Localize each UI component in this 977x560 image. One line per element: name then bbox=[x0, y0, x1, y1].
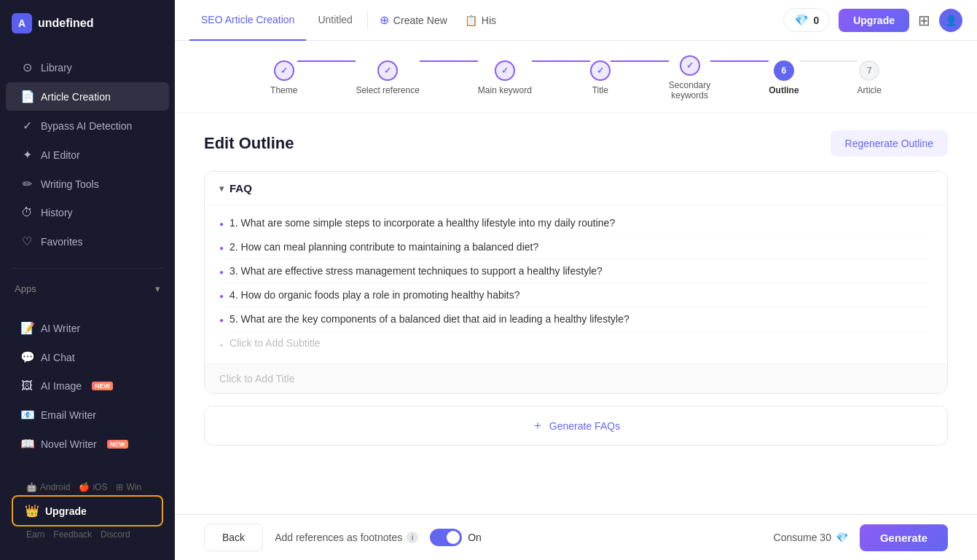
sidebar-item-history[interactable]: ⏱ History bbox=[6, 199, 169, 226]
step-reference[interactable]: ✓ Select reference bbox=[356, 60, 419, 95]
step-outline[interactable]: 6 Outline bbox=[769, 60, 799, 95]
step-label-reference: Select reference bbox=[356, 85, 419, 95]
info-icon[interactable]: i bbox=[407, 532, 418, 543]
faq-item-3[interactable]: ● 3. What are effective stress managemen… bbox=[219, 259, 933, 283]
sidebar-item-bypass-ai[interactable]: ✓ Bypass AI Detection bbox=[6, 111, 169, 140]
sidebar-item-label: Article Creation bbox=[41, 91, 111, 103]
step-title[interactable]: ✓ Title bbox=[590, 60, 611, 95]
win-link[interactable]: ⊞ Win bbox=[116, 482, 141, 492]
add-subtitle-placeholder[interactable]: ● Click to Add Subtitle bbox=[219, 331, 933, 355]
step-keyword[interactable]: ✓ Main keyword bbox=[478, 60, 532, 95]
faq-header[interactable]: ▾ FAQ bbox=[205, 172, 947, 205]
new-badge: NEW bbox=[92, 382, 113, 390]
step-label-title: Title bbox=[592, 85, 608, 95]
apps-label: Apps bbox=[15, 283, 36, 294]
sidebar-item-favorites[interactable]: ♡ Favorites bbox=[6, 227, 169, 256]
novel-writer-icon: 📖 bbox=[20, 437, 34, 451]
sidebar-item-label: Novel Writer bbox=[41, 438, 97, 450]
upgrade-button-top[interactable]: Upgrade bbox=[839, 9, 909, 32]
connector-5 bbox=[710, 60, 769, 62]
connector-4 bbox=[611, 60, 669, 62]
faq-item-2[interactable]: ● 2. How can meal planning contribute to… bbox=[219, 235, 933, 259]
generate-faqs-card[interactable]: ＋ Generate FAQs bbox=[204, 406, 948, 446]
back-button[interactable]: Back bbox=[204, 524, 263, 551]
sidebar-item-ai-chat[interactable]: 💬 AI Chat bbox=[6, 343, 169, 371]
faq-text-5: 5. What are the key components of a bala… bbox=[229, 313, 629, 325]
avatar[interactable]: 👤 bbox=[939, 9, 962, 32]
sidebar-item-label: History bbox=[41, 207, 73, 218]
history-icon-top: 📋 bbox=[465, 15, 477, 26]
faq-item-4[interactable]: ● 4. How do organic foods play a role in… bbox=[219, 283, 933, 307]
chevron-down-icon: ▾ bbox=[219, 184, 224, 194]
sidebar-item-ai-image[interactable]: 🖼 AI Image NEW bbox=[6, 372, 169, 400]
ios-link[interactable]: 🍎 iOS bbox=[79, 482, 107, 492]
email-writer-icon: 📧 bbox=[20, 408, 34, 422]
sidebar-item-ai-editor[interactable]: ✦ AI Editor bbox=[6, 141, 169, 169]
library-icon: ⊙ bbox=[20, 60, 34, 74]
step-label-secondary: Secondarykeywords bbox=[669, 80, 710, 100]
ai-chat-icon: 💬 bbox=[20, 350, 34, 364]
gems-badge: 💎 0 bbox=[783, 8, 830, 32]
article-icon: 📄 bbox=[20, 90, 34, 103]
app-name: undefined bbox=[38, 17, 93, 30]
plus-icon: ＋ bbox=[532, 418, 544, 433]
footer-links: Earn Feedback Discord bbox=[12, 527, 163, 548]
new-badge-novel: NEW bbox=[107, 440, 128, 449]
sidebar-item-label: AI Chat bbox=[41, 352, 75, 363]
toggle-button[interactable] bbox=[430, 529, 462, 546]
sidebar-item-ai-writer[interactable]: 📝 AI Writer bbox=[6, 314, 169, 342]
steps-bar: ✓ Theme ✓ Select reference ✓ Main keywor… bbox=[175, 41, 977, 113]
sidebar-divider bbox=[12, 268, 163, 269]
faq-text-3: 3. What are effective stress management … bbox=[229, 265, 603, 277]
step-article[interactable]: 7 Article bbox=[858, 60, 882, 95]
discord-link[interactable]: Discord bbox=[101, 529, 130, 540]
sidebar-item-email-writer[interactable]: 📧 Email Writer bbox=[6, 401, 169, 429]
main-content: SEO Article Creation Untitled ⊕ Create N… bbox=[175, 0, 977, 560]
step-theme[interactable]: ✓ Theme bbox=[270, 60, 297, 95]
faq-text-1: 1. What are some simple steps to incorpo… bbox=[229, 217, 615, 229]
faq-item-5[interactable]: ● 5. What are the key components of a ba… bbox=[219, 307, 933, 331]
step-circle-title: ✓ bbox=[590, 60, 611, 81]
create-new-button[interactable]: ⊕ Create New bbox=[371, 9, 456, 31]
step-circle-secondary: ✓ bbox=[680, 55, 700, 76]
gem-icon-sm: 💎 bbox=[836, 532, 848, 543]
step-label-outline: Outline bbox=[769, 85, 799, 95]
sidebar-item-library[interactable]: ⊙ Library bbox=[6, 53, 169, 82]
earn-link[interactable]: Earn bbox=[26, 529, 44, 540]
history-button[interactable]: 📋 His bbox=[456, 10, 505, 31]
apps-grid-icon[interactable]: ⊞ bbox=[918, 12, 930, 29]
content-area: Edit Outline Regenerate Outline ▾ FAQ ● … bbox=[175, 113, 977, 514]
app-logo: A undefined bbox=[0, 0, 175, 47]
ai-image-icon: 🖼 bbox=[20, 379, 34, 393]
writing-tools-icon: ✏ bbox=[20, 177, 34, 191]
regenerate-outline-button[interactable]: Regenerate Outline bbox=[831, 130, 948, 157]
plus-icon: ⊕ bbox=[380, 13, 389, 27]
sidebar-item-label: Email Writer bbox=[41, 409, 96, 421]
faq-item-1[interactable]: ● 1. What are some simple steps to incor… bbox=[219, 211, 933, 235]
crown-icon: 👑 bbox=[25, 504, 39, 518]
step-circle-reference: ✓ bbox=[377, 60, 398, 81]
logo-icon: A bbox=[12, 13, 32, 33]
toggle-switch[interactable]: On bbox=[430, 529, 482, 546]
bullet-icon: ● bbox=[219, 244, 224, 252]
step-circle-article: 7 bbox=[859, 60, 879, 81]
sidebar-item-label: AI Image bbox=[41, 380, 82, 392]
upgrade-button-sidebar[interactable]: 👑 Upgrade bbox=[12, 495, 163, 527]
add-title-row[interactable]: Click to Add Title bbox=[205, 363, 947, 393]
sidebar-item-novel-writer[interactable]: 📖 Novel Writer NEW bbox=[6, 430, 169, 458]
step-secondary[interactable]: ✓ Secondarykeywords bbox=[669, 55, 710, 100]
connector-6 bbox=[799, 60, 858, 62]
android-link[interactable]: 🤖 Android bbox=[26, 482, 70, 492]
sidebar-item-writing-tools[interactable]: ✏ Writing Tools bbox=[6, 170, 169, 198]
top-nav: SEO Article Creation Untitled ⊕ Create N… bbox=[175, 0, 977, 41]
edit-outline-header: Edit Outline Regenerate Outline bbox=[204, 130, 948, 157]
sidebar-bottom: 🤖 Android 🍎 iOS ⊞ Win 👑 Upgrade Earn Fee… bbox=[0, 468, 175, 560]
bullet-icon: ● bbox=[219, 341, 224, 349]
tab-untitled[interactable]: Untitled bbox=[306, 0, 364, 41]
generate-button[interactable]: Generate bbox=[860, 524, 948, 551]
tab-seo-article[interactable]: SEO Article Creation bbox=[189, 0, 306, 41]
sidebar-item-label: Library bbox=[41, 62, 72, 74]
feedback-link[interactable]: Feedback bbox=[53, 529, 92, 540]
sidebar-item-article-creation[interactable]: 📄 Article Creation bbox=[6, 82, 169, 111]
step-circle-outline: 6 bbox=[774, 60, 794, 81]
